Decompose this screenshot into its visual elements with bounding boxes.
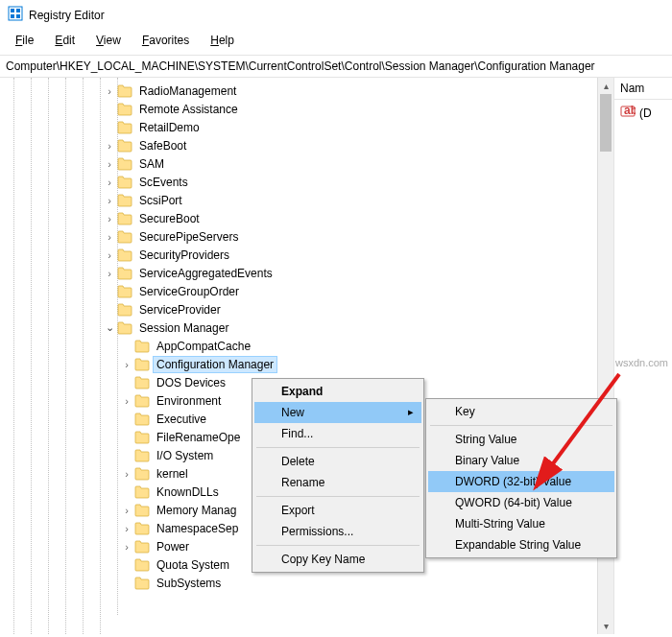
new-expandable-string-value[interactable]: Expandable String Value: [428, 534, 614, 555]
expand-toggle[interactable]: ›: [121, 468, 132, 480]
expand-toggle[interactable]: ›: [104, 85, 115, 97]
tree-item[interactable]: ›Configuration Manager: [0, 355, 613, 373]
new-key[interactable]: Key: [428, 401, 614, 422]
svg-rect-2: [16, 9, 20, 12]
tree-item-label: ServiceGroupOrder: [136, 284, 242, 299]
tree-item[interactable]: ServiceProvider: [0, 300, 613, 318]
folder-icon: [117, 194, 132, 207]
tree-item-label: Configuration Manager: [154, 357, 276, 372]
watermark: wsxdn.com: [615, 357, 668, 368]
expand-toggle[interactable]: ›: [121, 359, 132, 370]
tree-item[interactable]: ›SecurePipeServers: [0, 227, 613, 246]
tree-item[interactable]: Remote Assistance: [0, 100, 613, 118]
folder-icon: [117, 157, 132, 171]
tree-item-label: RetailDemo: [136, 120, 203, 135]
scroll-down-button[interactable]: ▾: [598, 618, 613, 634]
tree-item[interactable]: ›ScsiPort: [0, 191, 613, 209]
folder-icon: [117, 103, 132, 116]
scroll-up-button[interactable]: ▴: [598, 78, 613, 94]
svg-rect-1: [11, 9, 14, 12]
tree-item-label: SecurePipeServers: [136, 229, 241, 245]
tree-item[interactable]: SubSystems: [0, 574, 613, 592]
tree-item-label: ServiceAggregatedEvents: [136, 266, 276, 281]
expand-toggle[interactable]: ›: [104, 231, 115, 243]
expand-toggle[interactable]: ›: [104, 177, 115, 188]
expand-toggle[interactable]: ⌄: [104, 321, 115, 334]
ctx-rename[interactable]: Rename: [254, 472, 421, 493]
expand-toggle[interactable]: ›: [104, 158, 115, 170]
expand-toggle[interactable]: ›: [104, 213, 115, 224]
tree-item-label: ScEvents: [136, 175, 191, 190]
tree-item[interactable]: ›SecurityProviders: [0, 246, 613, 264]
folder-icon: [117, 139, 132, 153]
menu-edit[interactable]: Edit: [45, 32, 84, 49]
value-row-label: (D: [639, 106, 652, 120]
tree-item-label: ServiceProvider: [136, 302, 224, 318]
expand-toggle[interactable]: ›: [121, 395, 132, 407]
folder-icon: [117, 248, 132, 262]
tree-item[interactable]: ›SecureBoot: [0, 209, 613, 227]
folder-icon: [134, 485, 150, 499]
menu-view[interactable]: View: [86, 32, 131, 49]
tree-item-label: Session Manager: [136, 320, 231, 336]
scroll-thumb[interactable]: [600, 94, 612, 152]
value-column-header[interactable]: Nam: [614, 78, 672, 100]
menu-file[interactable]: File: [6, 32, 43, 49]
folder-icon: [117, 303, 132, 317]
folder-icon: [134, 449, 150, 462]
string-value-icon: ab: [620, 104, 636, 122]
ctx-find[interactable]: Find...: [254, 423, 421, 444]
value-row-default[interactable]: ab (D: [614, 100, 672, 126]
expand-toggle[interactable]: ›: [104, 140, 115, 152]
ctx-export[interactable]: Export: [254, 500, 421, 521]
window-title: Registry Editor: [29, 9, 105, 22]
menu-favorites[interactable]: Favorites: [132, 32, 199, 49]
tree-item-label: ScsiPort: [136, 193, 185, 208]
tree-item-label: kernel: [154, 466, 191, 482]
svg-rect-4: [16, 14, 20, 18]
expand-toggle[interactable]: ›: [121, 523, 132, 534]
new-dword-value[interactable]: DWORD (32-bit) Value: [428, 471, 614, 492]
expand-toggle[interactable]: ›: [104, 268, 115, 279]
tree-item[interactable]: ›RadioManagement: [0, 82, 613, 100]
tree-item[interactable]: ServiceGroupOrder: [0, 282, 613, 300]
separator: [430, 425, 612, 426]
new-multi-string-value[interactable]: Multi-String Value: [428, 513, 614, 534]
expand-toggle[interactable]: ›: [104, 195, 115, 206]
tree-item-label: Environment: [154, 393, 224, 409]
tree-item[interactable]: ›ServiceAggregatedEvents: [0, 264, 613, 282]
tree-item-label: Quota System: [154, 557, 232, 573]
tree-item[interactable]: ⌄Session Manager: [0, 318, 613, 337]
new-binary-value[interactable]: Binary Value: [428, 450, 614, 471]
expand-toggle[interactable]: ›: [104, 249, 115, 261]
svg-rect-3: [11, 14, 14, 18]
tree-item[interactable]: ›SAM: [0, 154, 613, 173]
folder-icon: [134, 376, 150, 389]
ctx-copy-key-name[interactable]: Copy Key Name: [254, 549, 421, 570]
tree-item[interactable]: ›SafeBoot: [0, 136, 613, 154]
new-qword-value[interactable]: QWORD (64-bit) Value: [428, 492, 614, 513]
ctx-expand[interactable]: Expand: [254, 381, 421, 402]
tree-item-label: SAM: [136, 156, 167, 172]
folder-icon: [134, 394, 150, 408]
separator: [256, 447, 420, 448]
tree-item[interactable]: ›ScEvents: [0, 173, 613, 191]
folder-icon: [134, 540, 150, 554]
folder-icon: [117, 176, 132, 189]
ctx-permissions[interactable]: Permissions...: [254, 521, 421, 542]
new-string-value[interactable]: String Value: [428, 429, 614, 450]
menu-help[interactable]: Help: [201, 32, 244, 49]
separator: [256, 545, 420, 546]
ctx-delete[interactable]: Delete: [254, 451, 421, 472]
tree-item[interactable]: AppCompatCache: [0, 337, 613, 355]
ctx-new[interactable]: New: [254, 402, 421, 423]
tree-item-label: Executive: [154, 412, 209, 427]
folder-icon: [117, 285, 132, 298]
tree-item-label: DOS Devices: [154, 375, 228, 390]
tree-item[interactable]: RetailDemo: [0, 118, 613, 136]
expand-toggle[interactable]: ›: [121, 505, 132, 516]
expand-toggle[interactable]: ›: [121, 541, 132, 553]
address-bar[interactable]: Computer\HKEY_LOCAL_MACHINE\SYSTEM\Curre…: [0, 56, 672, 78]
tree-item-label: KnownDLLs: [154, 484, 222, 500]
app-icon: [8, 6, 23, 24]
